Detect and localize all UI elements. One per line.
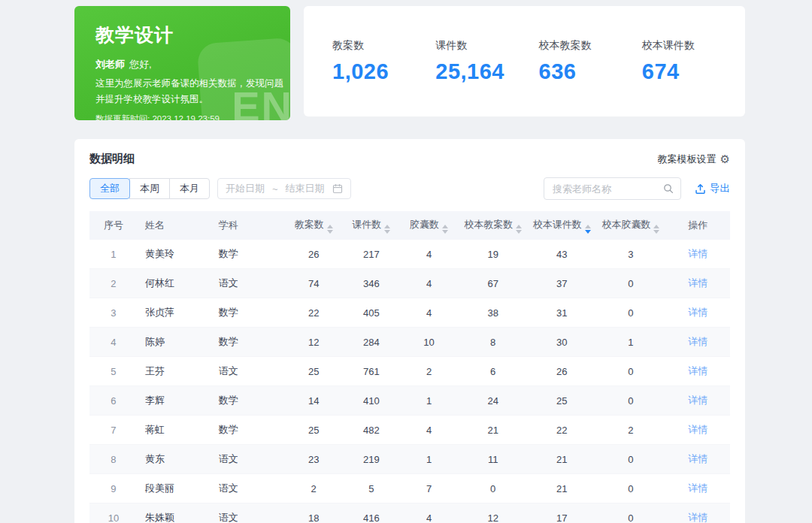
teacher-data-table: 序号姓名学科教案数课件数胶囊数校本教案数校本课件数校本胶囊数操作 1黄美玲数学2… (89, 211, 730, 523)
table-cell: 2 (89, 269, 138, 298)
table-body: 1黄美玲数学26217419433详情2何林红语文74346467370详情3张… (89, 240, 730, 523)
table-cell: 37 (529, 269, 595, 298)
filter-tab-month[interactable]: 本月 (169, 178, 210, 199)
detail-link[interactable]: 详情 (688, 307, 707, 318)
table-cell: 朱姝颖 (138, 503, 211, 523)
column-header[interactable]: 校本教案数 (458, 211, 529, 240)
template-settings-button[interactable]: 教案模板设置 ⚙ (658, 153, 730, 166)
column-header: 学科 (211, 211, 285, 240)
stat-label: 教案数 (332, 39, 435, 53)
detail-link[interactable]: 详情 (688, 424, 707, 435)
detail-link[interactable]: 详情 (688, 395, 707, 406)
table-cell: 26 (285, 240, 343, 269)
detail-link[interactable]: 详情 (688, 482, 707, 494)
stats-card: 教案数 1,026 课件数 25,164 校本教案数 636 校本课件数 674 (304, 6, 745, 116)
table-cell: 李辉 (138, 386, 211, 416)
table-cell: 12 (285, 328, 343, 357)
date-separator: ~ (272, 183, 278, 195)
table-cell: 0 (595, 503, 666, 523)
table-cell: 67 (458, 269, 529, 298)
detail-link[interactable]: 详情 (688, 512, 707, 523)
table-cell: 陈婷 (138, 328, 211, 357)
sort-icon (653, 225, 659, 234)
action-cell: 详情 (666, 357, 730, 386)
action-cell: 详情 (666, 298, 730, 328)
end-date-placeholder: 结束日期 (286, 182, 325, 195)
export-button[interactable]: 导出 (695, 182, 730, 195)
action-cell: 详情 (666, 328, 730, 357)
table-cell: 9 (89, 474, 138, 503)
table-row: 3张贞萍数学22405438310详情 (89, 298, 730, 328)
hero-card: EN 教学设计 刘老师您好, 这里为您展示老师备课的相关数据，发现问题并提升学校… (74, 6, 290, 120)
table-cell: 0 (595, 474, 666, 503)
table-cell: 24 (458, 386, 529, 416)
export-icon (695, 183, 706, 195)
column-header[interactable]: 校本胶囊数 (595, 211, 666, 240)
column-header[interactable]: 胶囊数 (400, 211, 458, 240)
column-header[interactable]: 教案数 (285, 211, 343, 240)
table-cell: 4 (400, 416, 458, 445)
filter-tab-week[interactable]: 本周 (129, 178, 170, 199)
search-input[interactable] (551, 183, 663, 195)
sort-icon (516, 225, 522, 234)
template-settings-label: 教案模板设置 (658, 153, 717, 166)
table-cell: 31 (529, 298, 595, 328)
table-cell: 25 (529, 386, 595, 416)
table-cell: 14 (285, 386, 343, 416)
table-cell: 17 (529, 503, 595, 523)
stat-label: 校本课件数 (642, 39, 745, 53)
table-cell: 3 (595, 240, 666, 269)
table-cell: 4 (400, 298, 458, 328)
detail-link[interactable]: 详情 (688, 453, 707, 464)
stat-value: 1,026 (332, 59, 435, 84)
dashboard-page: EN 教学设计 刘老师您好, 这里为您展示老师备课的相关数据，发现问题并提升学校… (0, 0, 745, 523)
table-cell: 8 (458, 328, 529, 357)
data-detail-panel: 数据明细 教案模板设置 ⚙ 全部 本周 本月 开始日期 ~ 结束日期 (74, 139, 745, 523)
action-cell: 详情 (666, 240, 730, 269)
table-cell: 数学 (211, 386, 285, 416)
table-row: 4陈婷数学12284108301详情 (89, 328, 730, 357)
table-cell: 语文 (211, 445, 285, 474)
time-filter-group: 全部 本周 本月 (89, 178, 210, 199)
table-cell: 5 (89, 357, 138, 386)
column-header: 序号 (89, 211, 138, 240)
table-cell: 30 (529, 328, 595, 357)
sort-icon (327, 225, 333, 234)
sort-icon (442, 225, 448, 234)
start-date-placeholder: 开始日期 (226, 182, 265, 195)
table-cell: 4 (400, 503, 458, 523)
detail-link[interactable]: 详情 (688, 365, 707, 376)
teacher-search-box (544, 177, 681, 200)
table-cell: 217 (343, 240, 401, 269)
table-cell: 4 (400, 240, 458, 269)
table-cell: 10 (400, 328, 458, 357)
table-cell: 410 (343, 386, 401, 416)
table-cell: 482 (343, 416, 401, 445)
table-row: 10朱姝颖语文18416412170详情 (89, 503, 730, 523)
filter-toolbar: 全部 本周 本月 开始日期 ~ 结束日期 (89, 177, 730, 200)
date-range-picker[interactable]: 开始日期 ~ 结束日期 (217, 178, 351, 199)
filter-tab-all[interactable]: 全部 (89, 178, 130, 199)
action-cell: 详情 (666, 416, 730, 445)
table-cell: 7 (400, 474, 458, 503)
table-cell: 21 (529, 445, 595, 474)
table-cell: 26 (529, 357, 595, 386)
table-cell: 19 (458, 240, 529, 269)
table-cell: 0 (458, 474, 529, 503)
column-header[interactable]: 校本课件数 (529, 211, 595, 240)
stat-value: 674 (642, 59, 745, 84)
table-cell: 语文 (211, 269, 285, 298)
greeting-name: 刘老师 (95, 59, 125, 70)
table-cell: 284 (343, 328, 401, 357)
table-cell: 22 (529, 416, 595, 445)
table-cell: 语文 (211, 503, 285, 523)
table-cell: 段美丽 (138, 474, 211, 503)
stat-label: 课件数 (435, 39, 538, 53)
detail-link[interactable]: 详情 (688, 248, 707, 259)
detail-link[interactable]: 详情 (688, 277, 707, 289)
table-cell: 74 (285, 269, 343, 298)
detail-link[interactable]: 详情 (688, 336, 707, 347)
table-cell: 761 (343, 357, 401, 386)
column-header[interactable]: 课件数 (343, 211, 401, 240)
table-cell: 219 (343, 445, 401, 474)
